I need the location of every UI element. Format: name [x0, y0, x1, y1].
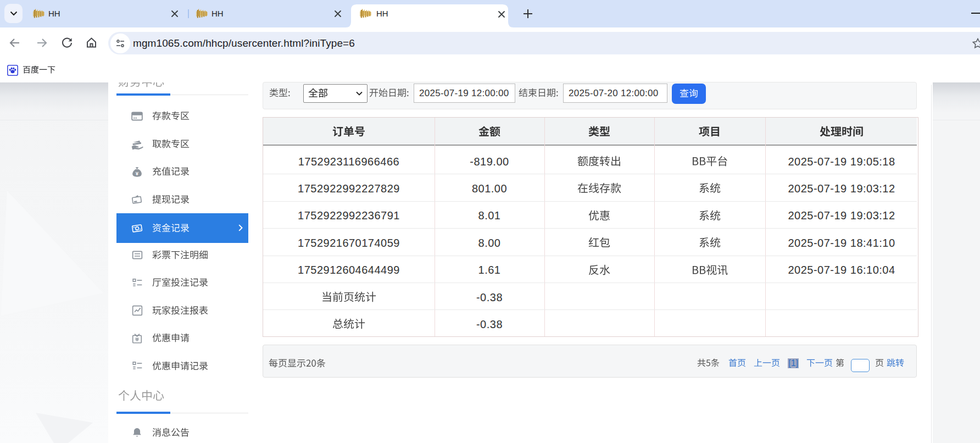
- svg-text:¥: ¥: [136, 170, 139, 176]
